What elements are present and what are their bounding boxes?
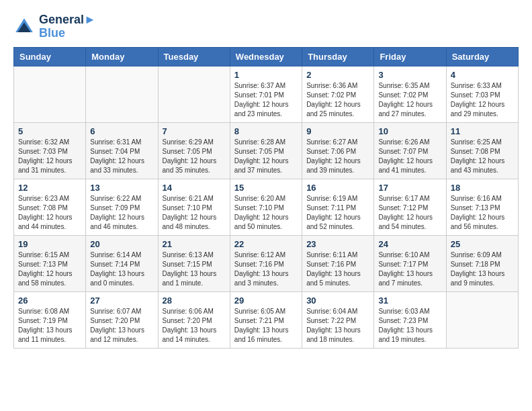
calendar-day-15: 15Sunrise: 6:20 AMSunset: 7:10 PMDayligh… <box>230 179 302 235</box>
page-header: General► Blue <box>13 13 519 40</box>
day-number: 29 <box>234 295 298 306</box>
calendar-day-27: 27Sunrise: 6:07 AMSunset: 7:20 PMDayligh… <box>86 291 158 348</box>
day-info: Sunrise: 6:08 AMSunset: 7:19 PMDaylight:… <box>18 307 81 345</box>
calendar-day-16: 16Sunrise: 6:19 AMSunset: 7:11 PMDayligh… <box>302 179 374 235</box>
day-info: Sunrise: 6:07 AMSunset: 7:20 PMDaylight:… <box>90 307 153 345</box>
day-number: 21 <box>163 239 226 249</box>
day-info: Sunrise: 6:25 AMSunset: 7:08 PMDaylight:… <box>451 138 514 175</box>
calendar-day-14: 14Sunrise: 6:21 AMSunset: 7:10 PMDayligh… <box>158 179 230 235</box>
day-number: 4 <box>451 70 514 80</box>
day-number: 27 <box>90 295 153 306</box>
calendar-day-26: 26Sunrise: 6:08 AMSunset: 7:19 PMDayligh… <box>14 291 86 348</box>
day-info: Sunrise: 6:12 AMSunset: 7:16 PMDaylight:… <box>234 250 298 288</box>
calendar-header-monday: Monday <box>86 47 158 66</box>
calendar-day-12: 12Sunrise: 6:23 AMSunset: 7:08 PMDayligh… <box>14 179 86 235</box>
day-info: Sunrise: 6:13 AMSunset: 7:15 PMDaylight:… <box>163 250 226 288</box>
day-info: Sunrise: 6:35 AMSunset: 7:02 PMDaylight:… <box>378 81 441 119</box>
day-info: Sunrise: 6:26 AMSunset: 7:07 PMDaylight:… <box>378 138 441 175</box>
day-info: Sunrise: 6:37 AMSunset: 7:01 PMDaylight:… <box>234 81 298 119</box>
day-number: 24 <box>378 239 441 249</box>
day-number: 8 <box>234 126 298 136</box>
day-number: 2 <box>306 70 369 80</box>
day-number: 30 <box>306 295 369 306</box>
day-number: 1 <box>234 70 298 80</box>
calendar-day-7: 7Sunrise: 6:29 AMSunset: 7:05 PMDaylight… <box>158 122 230 179</box>
calendar-day-4: 4Sunrise: 6:33 AMSunset: 7:03 PMDaylight… <box>446 66 518 122</box>
day-number: 26 <box>18 295 81 306</box>
calendar-empty-cell <box>14 66 86 122</box>
calendar-day-10: 10Sunrise: 6:26 AMSunset: 7:07 PMDayligh… <box>374 122 446 179</box>
day-info: Sunrise: 6:33 AMSunset: 7:03 PMDaylight:… <box>451 81 514 119</box>
calendar-header-row: SundayMondayTuesdayWednesdayThursdayFrid… <box>14 47 519 66</box>
calendar-day-23: 23Sunrise: 6:11 AMSunset: 7:16 PMDayligh… <box>302 235 374 291</box>
logo: General► Blue <box>13 13 96 40</box>
day-info: Sunrise: 6:14 AMSunset: 7:14 PMDaylight:… <box>90 250 153 288</box>
day-number: 12 <box>18 183 81 193</box>
calendar-day-30: 30Sunrise: 6:04 AMSunset: 7:22 PMDayligh… <box>302 291 374 348</box>
calendar-empty-cell <box>86 66 158 122</box>
calendar-week-row: 19Sunrise: 6:15 AMSunset: 7:13 PMDayligh… <box>14 235 519 291</box>
calendar-day-28: 28Sunrise: 6:06 AMSunset: 7:20 PMDayligh… <box>158 291 230 348</box>
calendar-day-11: 11Sunrise: 6:25 AMSunset: 7:08 PMDayligh… <box>446 122 518 179</box>
day-info: Sunrise: 6:15 AMSunset: 7:13 PMDaylight:… <box>18 250 81 288</box>
day-number: 15 <box>234 183 298 193</box>
calendar-day-17: 17Sunrise: 6:17 AMSunset: 7:12 PMDayligh… <box>374 179 446 235</box>
day-number: 13 <box>90 183 153 193</box>
day-info: Sunrise: 6:23 AMSunset: 7:08 PMDaylight:… <box>18 194 81 232</box>
calendar-week-row: 1Sunrise: 6:37 AMSunset: 7:01 PMDaylight… <box>14 66 519 122</box>
day-info: Sunrise: 6:17 AMSunset: 7:12 PMDaylight:… <box>378 194 441 232</box>
day-info: Sunrise: 6:29 AMSunset: 7:05 PMDaylight:… <box>163 138 226 175</box>
calendar-empty-cell <box>446 291 518 348</box>
day-info: Sunrise: 6:20 AMSunset: 7:10 PMDaylight:… <box>234 194 298 232</box>
calendar-day-9: 9Sunrise: 6:27 AMSunset: 7:06 PMDaylight… <box>302 122 374 179</box>
day-info: Sunrise: 6:21 AMSunset: 7:10 PMDaylight:… <box>163 194 226 232</box>
day-number: 28 <box>163 295 226 306</box>
logo-icon <box>13 16 35 38</box>
calendar-week-row: 12Sunrise: 6:23 AMSunset: 7:08 PMDayligh… <box>14 179 519 235</box>
calendar-week-row: 26Sunrise: 6:08 AMSunset: 7:19 PMDayligh… <box>14 291 519 348</box>
day-number: 20 <box>90 239 153 249</box>
day-info: Sunrise: 6:16 AMSunset: 7:13 PMDaylight:… <box>451 194 514 232</box>
day-number: 23 <box>306 239 369 249</box>
day-info: Sunrise: 6:22 AMSunset: 7:09 PMDaylight:… <box>90 194 153 232</box>
day-number: 25 <box>451 239 514 249</box>
calendar-day-2: 2Sunrise: 6:36 AMSunset: 7:02 PMDaylight… <box>302 66 374 122</box>
calendar-day-24: 24Sunrise: 6:10 AMSunset: 7:17 PMDayligh… <box>374 235 446 291</box>
calendar-header-thursday: Thursday <box>302 47 374 66</box>
day-info: Sunrise: 6:09 AMSunset: 7:18 PMDaylight:… <box>451 250 514 288</box>
calendar-day-21: 21Sunrise: 6:13 AMSunset: 7:15 PMDayligh… <box>158 235 230 291</box>
day-info: Sunrise: 6:10 AMSunset: 7:17 PMDaylight:… <box>378 250 441 288</box>
day-info: Sunrise: 6:31 AMSunset: 7:04 PMDaylight:… <box>90 138 153 175</box>
calendar-day-1: 1Sunrise: 6:37 AMSunset: 7:01 PMDaylight… <box>230 66 302 122</box>
calendar-day-8: 8Sunrise: 6:28 AMSunset: 7:05 PMDaylight… <box>230 122 302 179</box>
day-number: 14 <box>163 183 226 193</box>
day-number: 17 <box>378 183 441 193</box>
day-number: 16 <box>306 183 369 193</box>
calendar-day-13: 13Sunrise: 6:22 AMSunset: 7:09 PMDayligh… <box>86 179 158 235</box>
calendar-week-row: 5Sunrise: 6:32 AMSunset: 7:03 PMDaylight… <box>14 122 519 179</box>
calendar-day-31: 31Sunrise: 6:03 AMSunset: 7:23 PMDayligh… <box>374 291 446 348</box>
calendar-day-20: 20Sunrise: 6:14 AMSunset: 7:14 PMDayligh… <box>86 235 158 291</box>
day-info: Sunrise: 6:27 AMSunset: 7:06 PMDaylight:… <box>306 138 369 175</box>
logo-text: General► Blue <box>39 13 96 40</box>
day-info: Sunrise: 6:06 AMSunset: 7:20 PMDaylight:… <box>163 307 226 345</box>
calendar-table: SundayMondayTuesdayWednesdayThursdayFrid… <box>13 47 519 349</box>
day-number: 9 <box>306 126 369 136</box>
calendar-header-saturday: Saturday <box>446 47 518 66</box>
calendar-day-29: 29Sunrise: 6:05 AMSunset: 7:21 PMDayligh… <box>230 291 302 348</box>
day-info: Sunrise: 6:28 AMSunset: 7:05 PMDaylight:… <box>234 138 298 175</box>
day-info: Sunrise: 6:32 AMSunset: 7:03 PMDaylight:… <box>18 138 81 175</box>
day-info: Sunrise: 6:03 AMSunset: 7:23 PMDaylight:… <box>378 307 441 345</box>
day-number: 22 <box>234 239 298 249</box>
day-info: Sunrise: 6:11 AMSunset: 7:16 PMDaylight:… <box>306 250 369 288</box>
day-number: 7 <box>163 126 226 136</box>
day-number: 18 <box>451 183 514 193</box>
calendar-day-19: 19Sunrise: 6:15 AMSunset: 7:13 PMDayligh… <box>14 235 86 291</box>
calendar-day-18: 18Sunrise: 6:16 AMSunset: 7:13 PMDayligh… <box>446 179 518 235</box>
day-number: 19 <box>18 239 81 249</box>
day-number: 3 <box>378 70 441 80</box>
day-info: Sunrise: 6:05 AMSunset: 7:21 PMDaylight:… <box>234 307 298 345</box>
calendar-header-tuesday: Tuesday <box>158 47 230 66</box>
calendar-header-wednesday: Wednesday <box>230 47 302 66</box>
calendar-day-3: 3Sunrise: 6:35 AMSunset: 7:02 PMDaylight… <box>374 66 446 122</box>
